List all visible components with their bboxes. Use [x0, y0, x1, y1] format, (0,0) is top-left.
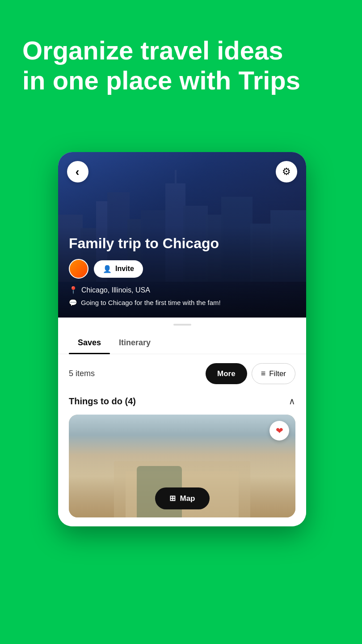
- location-row: 📍 Chicago, Illinois, USA: [69, 286, 295, 294]
- settings-button[interactable]: ⚙: [276, 161, 297, 182]
- person-add-icon: 👤: [103, 265, 112, 273]
- chevron-left-icon: ‹: [76, 165, 80, 179]
- section-title: Things to do (4): [69, 396, 136, 407]
- action-buttons: More ≡ Filter: [206, 363, 295, 384]
- invite-button[interactable]: 👤 Invite: [94, 260, 143, 278]
- location-text: Chicago, Illinois, USA: [81, 286, 150, 294]
- gear-icon: ⚙: [282, 166, 291, 178]
- hero-section: Organize travel ideas in one place with …: [0, 0, 362, 113]
- hero-title: Organize travel ideas in one place with …: [22, 36, 340, 95]
- trip-header-image: ‹ ⚙ Family trip to Chicago 👤 Invite 📍 Ch…: [58, 152, 306, 318]
- items-count: 5 items: [69, 369, 95, 378]
- heart-icon: ❤: [276, 425, 283, 436]
- back-button[interactable]: ‹: [67, 161, 88, 182]
- heart-button[interactable]: ❤: [269, 421, 289, 441]
- trip-header-content: Family trip to Chicago 👤 Invite 📍 Chicag…: [58, 226, 306, 318]
- filter-icon: ≡: [261, 369, 266, 378]
- things-to-do-section[interactable]: Things to do (4) ∧: [69, 393, 295, 415]
- avatar: [69, 259, 88, 279]
- trip-note-row: 💬 Going to Chicago for the first time wi…: [69, 299, 295, 307]
- tab-saves[interactable]: Saves: [69, 332, 110, 354]
- more-button[interactable]: More: [206, 363, 247, 384]
- chevron-up-icon: ∧: [289, 396, 295, 407]
- trip-note: Going to Chicago for the first time with…: [81, 299, 221, 306]
- tabs-bar: Saves Itinerary: [58, 328, 306, 354]
- phone-card: ‹ ⚙ Family trip to Chicago 👤 Invite 📍 Ch…: [58, 152, 306, 526]
- items-row: 5 items More ≡ Filter: [69, 363, 295, 384]
- note-icon: 💬: [69, 299, 77, 307]
- trip-title: Family trip to Chicago: [69, 235, 295, 252]
- avatar-invite-row: 👤 Invite: [69, 259, 295, 279]
- map-icon: ⊞: [169, 494, 176, 503]
- map-button[interactable]: ⊞ Map: [155, 487, 210, 509]
- pin-icon: 📍: [69, 286, 78, 294]
- tab-itinerary[interactable]: Itinerary: [110, 332, 160, 354]
- card-body: Saves Itinerary 5 items More ≡ Filter: [58, 324, 306, 526]
- filter-button[interactable]: ≡ Filter: [252, 363, 295, 384]
- drag-handle: [173, 324, 191, 326]
- saves-content: 5 items More ≡ Filter Things to do (4) ∧: [58, 354, 306, 526]
- place-card[interactable]: ❤ ⊞ Map: [69, 415, 295, 517]
